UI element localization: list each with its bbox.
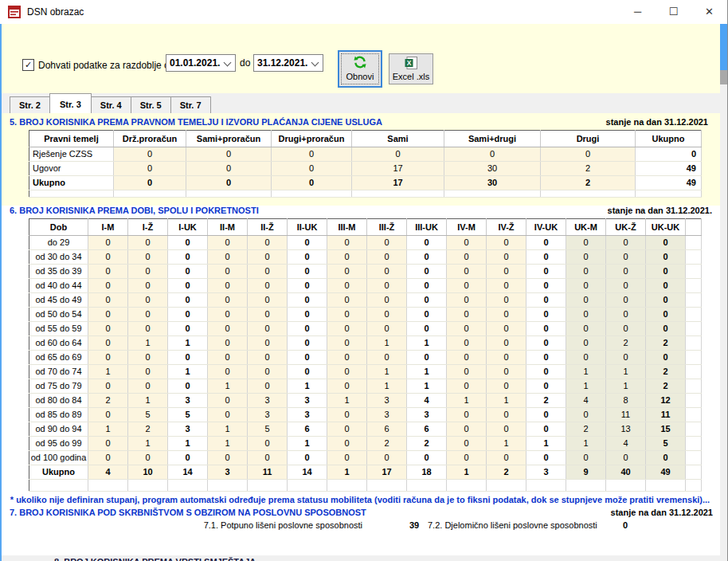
- tab-str-5[interactable]: Str. 5: [131, 96, 171, 113]
- value-cell: 0: [447, 408, 487, 422]
- value-cell: 1: [327, 465, 367, 480]
- value-cell: 0: [487, 279, 526, 293]
- value-cell: 0: [352, 147, 444, 162]
- value-cell: 0: [88, 379, 128, 394]
- maximize-button[interactable]: ☐: [656, 0, 691, 23]
- table-row: Rješenje CZSS0000000: [29, 147, 702, 162]
- value-cell: 0: [487, 351, 526, 365]
- vertical-scrollbar[interactable]: [720, 24, 727, 561]
- filler-cell: [686, 351, 702, 365]
- tab-str-7[interactable]: Str. 7: [170, 96, 211, 113]
- value-cell: 0: [327, 236, 367, 250]
- empty-cell: [128, 480, 168, 492]
- value-cell: 3: [168, 394, 208, 408]
- close-button[interactable]: ✕: [691, 0, 727, 23]
- value-cell: 17: [352, 162, 444, 176]
- value-cell: 0: [327, 379, 367, 394]
- table-row: od 55 do 59000000000000000: [29, 322, 702, 336]
- value-cell: 11: [248, 465, 288, 480]
- value-cell: 0: [327, 451, 367, 465]
- tab-bar: Str. 2Str. 3Str. 4Str. 5Str. 7: [10, 93, 210, 113]
- value-cell: 2: [646, 336, 686, 351]
- empty-cell: [352, 190, 444, 198]
- value-cell: 0: [447, 250, 487, 265]
- value-cell: 0: [288, 236, 327, 250]
- value-cell: 0: [88, 451, 128, 465]
- value-cell: 0: [487, 293, 526, 308]
- empty-cell: [487, 480, 526, 492]
- section6-title: 6. BROJ KORISNIKA PREMA DOBI, SPOLU I PO…: [10, 206, 259, 215]
- table-row: od 40 do 44000000000000000: [29, 279, 702, 293]
- value-cell: 0: [327, 293, 367, 308]
- fetch-period-checkbox[interactable]: ✓: [22, 59, 34, 71]
- value-cell: 0: [646, 250, 686, 265]
- value-cell: 0: [248, 437, 288, 451]
- table-row: od 100 godina000000000000000: [29, 451, 702, 465]
- value-cell: 0: [208, 322, 248, 336]
- value-cell: 3: [526, 465, 566, 480]
- value-cell: 0: [128, 451, 168, 465]
- column-header: III-Ž: [367, 219, 407, 236]
- value-cell: 0: [566, 250, 606, 265]
- empty-cell: [646, 480, 686, 492]
- value-cell: 0: [208, 293, 248, 308]
- value-cell: 2: [646, 379, 686, 394]
- tab-str-2[interactable]: Str. 2: [10, 96, 50, 113]
- value-cell: 0: [128, 379, 168, 394]
- value-cell: 0: [327, 250, 367, 265]
- value-cell: 0: [88, 408, 128, 422]
- value-cell: 0: [487, 365, 526, 379]
- value-cell: 0: [606, 322, 646, 336]
- row-label: od 75 do 79: [29, 379, 88, 394]
- value-cell: 0: [407, 451, 447, 465]
- value-cell: 1: [327, 394, 367, 408]
- value-cell: 1: [487, 394, 526, 408]
- value-cell: 0: [248, 451, 288, 465]
- empty-cell: [327, 480, 367, 492]
- value-cell: 5: [128, 408, 168, 422]
- value-cell: 1: [168, 365, 208, 379]
- value-cell: 3: [208, 465, 248, 480]
- column-header: Ukupno: [636, 131, 702, 147]
- value-cell: 0: [566, 351, 606, 365]
- value-cell: 0: [327, 422, 367, 437]
- value-cell: 0: [566, 451, 606, 465]
- value-cell: 0: [606, 236, 646, 250]
- tab-str-3[interactable]: Str. 3: [49, 93, 92, 113]
- table-row: Ukupno0001730249: [29, 176, 702, 190]
- value-cell: 0: [487, 422, 526, 437]
- excel-export-button[interactable]: X Excel .xls: [389, 53, 433, 84]
- value-cell: 0: [88, 437, 128, 451]
- value-cell: 1: [566, 365, 606, 379]
- value-cell: 1: [288, 379, 327, 394]
- empty-cell: [168, 480, 208, 492]
- tab-str-4[interactable]: Str. 4: [91, 96, 131, 113]
- row-label: do 29: [29, 236, 88, 250]
- scrollbar-thumb[interactable]: [720, 24, 727, 70]
- value-cell: 0: [487, 336, 526, 351]
- value-cell: 0: [208, 451, 248, 465]
- column-header: UK-M: [566, 219, 606, 236]
- value-cell: 3: [248, 408, 288, 422]
- row-label: Rješenje CZSS: [29, 147, 114, 162]
- empty-cell: [29, 190, 114, 198]
- value-cell: 0: [606, 265, 646, 279]
- value-cell: 0: [367, 250, 407, 265]
- table-row: Ukupno41014311141171812394049: [29, 465, 702, 480]
- date-from-select[interactable]: 01.01.2021.: [166, 54, 236, 72]
- value-cell: 0: [447, 422, 487, 437]
- column-header: Drugi: [541, 131, 636, 147]
- value-cell: 1: [367, 379, 407, 394]
- value-cell: 0: [248, 336, 288, 351]
- value-cell: 0: [606, 250, 646, 265]
- minimize-button[interactable]: ─: [620, 0, 656, 23]
- value-cell: 8: [606, 394, 646, 408]
- refresh-button[interactable]: Obnovi: [338, 50, 382, 88]
- table-row: od 70 do 74101000011000112: [29, 365, 702, 379]
- value-cell: 0: [208, 365, 248, 379]
- date-to-select[interactable]: 31.12.2021.: [253, 54, 323, 72]
- empty-cell: [541, 190, 636, 198]
- column-header: II-UK: [288, 219, 327, 236]
- table-pravni-temelj: Pravni temeljDrž.proračunSami+proračunDr…: [29, 130, 702, 198]
- section5-status-date: stanje na dan 31.12.2021: [606, 117, 708, 127]
